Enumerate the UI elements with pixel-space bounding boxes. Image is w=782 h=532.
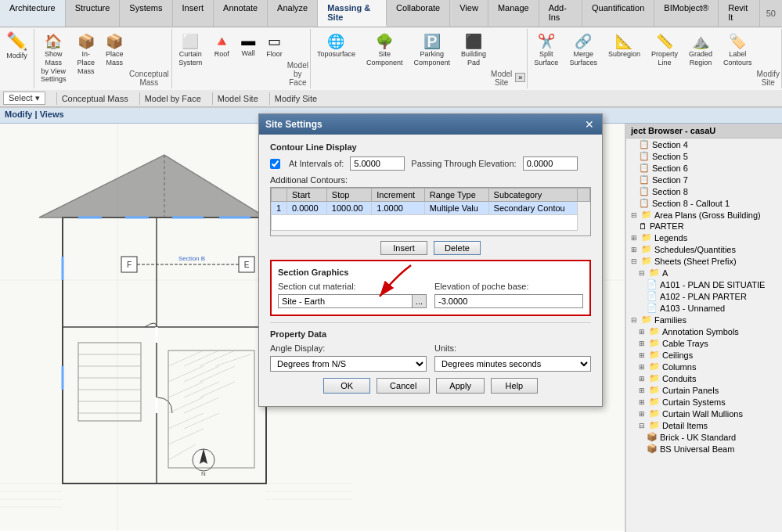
divider xyxy=(270,322,591,323)
tab-systems[interactable]: Systems xyxy=(120,0,172,27)
pb-legends[interactable]: ⊞ 📁 Legends xyxy=(626,232,782,243)
split-surface-button[interactable]: ✂️ SplitSurface xyxy=(529,31,563,87)
model-face-label: Model by Face xyxy=(287,59,308,87)
tab-collaborate[interactable]: Collaborate xyxy=(387,0,450,27)
pb-columns[interactable]: ⊞ 📁 Columns xyxy=(626,361,782,372)
select-dropdown[interactable]: Select ▾ xyxy=(3,92,45,105)
project-browser: ject Browser - casaU 📋 Section 4 📋 Secti… xyxy=(625,124,782,532)
units-select[interactable]: Degrees minutes secondsDecimal degrees xyxy=(434,356,591,372)
pb-conduits[interactable]: ⊞ 📁 Conduits xyxy=(626,372,782,384)
pb-annotation-symbols[interactable]: ⊞ 📁 Annotation Symbols xyxy=(626,325,782,337)
expand-conduits: ⊞ xyxy=(639,375,647,383)
pb-a103[interactable]: 📄 A103 - Unnamed xyxy=(626,302,782,314)
floor-button[interactable]: ▭ Floor xyxy=(261,31,287,87)
pb-area-plans[interactable]: ⊟ 📁 Area Plans (Gross Building) xyxy=(626,209,782,221)
pb-section-5[interactable]: 📋 Section 5 xyxy=(626,150,782,162)
pb-section-7[interactable]: 📋 Section 7 xyxy=(626,174,782,185)
pb-brick-uk[interactable]: 📦 Brick - UK Standard xyxy=(626,431,782,443)
units-label: Units: xyxy=(434,343,591,353)
insert-button[interactable]: Insert xyxy=(380,241,427,255)
ribbon-tab-bar: Architecture Structure Systems Insert An… xyxy=(0,0,782,27)
floor-icon: ▭ xyxy=(268,33,281,50)
site-settings-dialog[interactable]: Site Settings ✕ Contour Line Display At … xyxy=(258,113,603,407)
delete-button[interactable]: Delete xyxy=(434,241,481,255)
pb-cable-trays[interactable]: ⊞ 📁 Cable Trays xyxy=(626,337,782,349)
merge-surfaces-button[interactable]: 🔗 MergeSurfaces xyxy=(564,31,602,87)
site-component-button[interactable]: 🌳 SiteComponent xyxy=(362,31,408,87)
parter-icon: 🗒 xyxy=(639,221,647,231)
label-contours-button[interactable]: 🏷️ LabelContours xyxy=(719,31,757,87)
a101-icon: 📄 xyxy=(647,279,658,289)
show-mass-button[interactable]: 🏠 Show Massby View Settings xyxy=(36,31,71,87)
pb-a101[interactable]: 📄 A101 - PLAN DE SITUATIE xyxy=(626,279,782,290)
dialog-close-button[interactable]: ✕ xyxy=(583,118,596,131)
pb-section-6[interactable]: 📋 Section 6 xyxy=(626,162,782,174)
pb-bs-universal-beam[interactable]: 📦 BS Universal Beam xyxy=(626,443,782,455)
tab-revit-it[interactable]: Revit It xyxy=(719,0,759,27)
tab-structure[interactable]: Structure xyxy=(66,0,121,27)
angle-display-select[interactable]: Degrees from N/SDegrees from E/WDegreesR… xyxy=(270,356,427,372)
pb-section-8-callout[interactable]: 📋 Section 8 - Callout 1 xyxy=(626,197,782,209)
col-subcategory: Subcategory xyxy=(488,189,577,202)
tab-insert[interactable]: Insert xyxy=(173,0,214,27)
tab-bimobject[interactable]: BIMobject® xyxy=(654,0,719,27)
elevation-poche-input[interactable] xyxy=(434,294,583,308)
parking-component-button[interactable]: 🅿️ ParkingComponent xyxy=(409,31,456,87)
area-plans-icon: 📁 xyxy=(641,210,652,220)
angle-display-group: Angle Display: Degrees from N/SDegrees f… xyxy=(270,343,427,372)
pb-curtain-panels[interactable]: ⊞ 📁 Curtain Panels xyxy=(626,384,782,396)
toolbar-model-by-face: Model by Face xyxy=(145,94,201,103)
place-mass-button[interactable]: 📦 PlaceMass xyxy=(101,31,128,87)
tab-quantification[interactable]: Quantification xyxy=(582,0,654,27)
sheets-icon: 📁 xyxy=(641,256,652,266)
cut-material-input[interactable] xyxy=(278,294,413,308)
pb-section-4[interactable]: 📋 Section 4 xyxy=(626,138,782,150)
tab-addins[interactable]: Add-Ins xyxy=(539,0,582,27)
at-intervals-input[interactable] xyxy=(350,156,405,171)
cut-material-browse-button[interactable]: ... xyxy=(413,294,427,308)
tab-annotate[interactable]: Annotate xyxy=(214,0,268,27)
tab-manage[interactable]: Manage xyxy=(488,0,539,27)
toposurface-button[interactable]: 🌐 Toposurface xyxy=(312,31,360,87)
model-site-expand[interactable]: » xyxy=(515,73,525,82)
pb-a102[interactable]: 📄 A102 - PLAN PARTER xyxy=(626,290,782,302)
help-button[interactable]: Help xyxy=(491,378,538,394)
wall-button[interactable]: ▬ Wall xyxy=(236,31,260,87)
pb-curtain-systems[interactable]: ⊞ 📁 Curtain Systems xyxy=(626,396,782,408)
graded-region-button[interactable]: ⛰️ GradedRegion xyxy=(684,31,717,87)
subregion-button[interactable]: 📐 Subregion xyxy=(604,31,645,87)
property-line-button[interactable]: 📏 PropertyLine xyxy=(647,31,683,87)
tab-massing-site[interactable]: Massing & Site xyxy=(318,0,387,27)
pb-schedules[interactable]: ⊞ 📁 Schedules/Quantities xyxy=(626,243,782,255)
building-pad-button[interactable]: ⬛ BuildingPad xyxy=(456,31,491,87)
pb-curtain-wall-mullions[interactable]: ⊞ 📁 Curtain Wall Mullions xyxy=(626,408,782,419)
contours-table-container: Start Stop Increment Range Type Subcateg… xyxy=(270,187,591,236)
in-place-mass-button[interactable]: 📦 In-PlaceMass xyxy=(73,31,100,87)
ribbon: Architecture Structure Systems Insert An… xyxy=(0,0,782,108)
pb-ceilings[interactable]: ⊞ 📁 Ceilings xyxy=(626,349,782,361)
pb-sheets[interactable]: ⊟ 📁 Sheets (Sheet Prefix) xyxy=(626,255,782,267)
apply-button[interactable]: Apply xyxy=(436,378,485,394)
tab-analyze[interactable]: Analyze xyxy=(268,0,318,27)
at-intervals-checkbox[interactable] xyxy=(270,159,280,169)
roof-button[interactable]: 🔺 Roof xyxy=(208,31,235,87)
modify-button[interactable]: ✏️ Modify xyxy=(2,31,32,87)
cancel-button[interactable]: Cancel xyxy=(377,378,430,394)
passing-through-input[interactable] xyxy=(523,156,578,171)
building-pad-icon: ⬛ xyxy=(465,33,482,50)
toolbar-model-site: Model Site xyxy=(218,94,258,103)
project-browser-title: ject Browser - casaU xyxy=(626,124,782,138)
pb-detail-items[interactable]: ⊟ 📁 Detail Items xyxy=(626,419,782,431)
curtain-system-button[interactable]: ⬜ CurtainSystem xyxy=(174,31,207,87)
families-icon: 📁 xyxy=(641,315,652,325)
ok-button[interactable]: OK xyxy=(323,378,370,394)
tab-view[interactable]: View xyxy=(450,0,488,27)
pb-families[interactable]: ⊟ 📁 Families xyxy=(626,314,782,325)
table-row[interactable]: 1 0.0000 1000.00 1.0000 Multiple Valu Se… xyxy=(272,202,590,215)
pb-section-8[interactable]: 📋 Section 8 xyxy=(626,185,782,197)
pb-parter[interactable]: 🗒 PARTER xyxy=(626,221,782,232)
elevation-poche-group: Elevation of poche base: xyxy=(434,282,583,308)
at-intervals-row: At Intervals of: Passing Through Elevati… xyxy=(270,156,591,171)
pb-sheets-a[interactable]: ⊟ 📁 A xyxy=(626,267,782,279)
tab-architecture[interactable]: Architecture xyxy=(0,0,66,27)
